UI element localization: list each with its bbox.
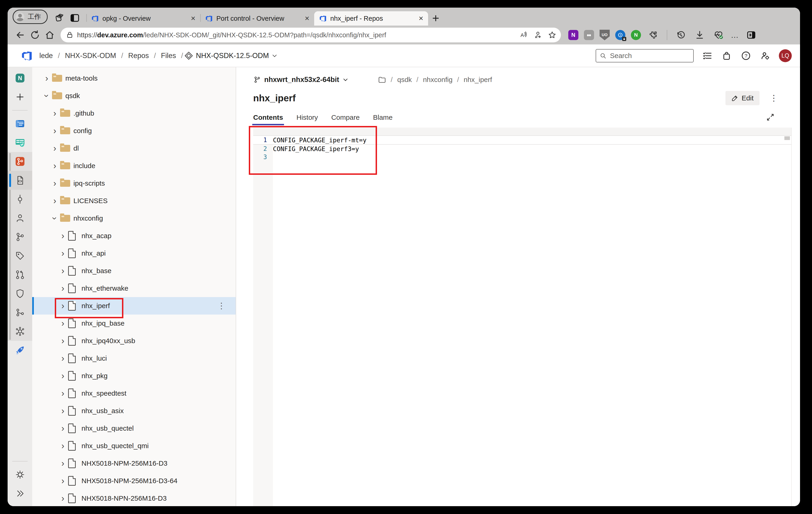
tree-chevron-icon[interactable]: › bbox=[50, 196, 60, 205]
sidebar-item-advanced-security[interactable] bbox=[8, 284, 32, 303]
code-line[interactable]: 2 CONFIG_PACKAGE_iperf3=y bbox=[253, 145, 791, 153]
sidebar-item-repos-branches[interactable] bbox=[8, 227, 32, 246]
repo-selector[interactable]: NHX-QSDK-12.5-ODM bbox=[184, 51, 278, 60]
tree-chevron-icon[interactable]: › bbox=[58, 477, 68, 485]
path-crumb[interactable]: nhxconfig bbox=[423, 76, 453, 84]
split-screen-icon[interactable] bbox=[745, 28, 758, 42]
sidebar-item-repos-pushes[interactable] bbox=[8, 209, 32, 227]
tree-chevron-icon[interactable]: › bbox=[58, 372, 68, 380]
tree-item[interactable]: › LICENSES ⋮ bbox=[32, 192, 236, 210]
file-more-options-icon[interactable]: ⋮ bbox=[770, 93, 778, 103]
sidebar-add-button[interactable] bbox=[8, 87, 32, 106]
fullscreen-expand-icon[interactable] bbox=[766, 113, 775, 121]
browser-tab[interactable]: Port control - Overview ✕ bbox=[200, 11, 314, 26]
user-settings-icon[interactable] bbox=[759, 50, 771, 61]
tree-item[interactable]: › meta-tools ⋮ bbox=[32, 70, 236, 87]
tree-item[interactable]: › config ⋮ bbox=[32, 122, 236, 140]
tree-item[interactable]: › nhxconfig ⋮ bbox=[32, 210, 236, 227]
tree-chevron-icon[interactable]: › bbox=[58, 319, 68, 328]
tree-item[interactable]: › nhx_speedtest ⋮ bbox=[32, 385, 236, 402]
address-bar[interactable]: https://dev.azure.com/lede/NHX-SDK-ODM/_… bbox=[61, 28, 561, 43]
tree-item-more-icon[interactable]: ⋮ bbox=[217, 301, 226, 310]
tree-chevron-icon[interactable]: › bbox=[58, 266, 68, 275]
help-icon[interactable]: ? bbox=[740, 50, 752, 61]
tree-item[interactable]: › include ⋮ bbox=[32, 157, 236, 174]
tree-chevron-icon[interactable]: › bbox=[58, 336, 68, 345]
onenote-extension-icon[interactable]: N bbox=[568, 30, 578, 40]
search-box[interactable] bbox=[596, 49, 694, 62]
browser-tab[interactable]: opkg - Overview ✕ bbox=[86, 11, 200, 26]
sidebar-item-overview[interactable] bbox=[8, 114, 32, 133]
profile-sync-icon[interactable] bbox=[534, 31, 542, 39]
tab-close-icon[interactable]: ✕ bbox=[191, 15, 196, 22]
file-tab[interactable]: Blame bbox=[373, 113, 393, 121]
edit-button[interactable]: Edit bbox=[725, 91, 759, 105]
tree-item[interactable]: › nhx_etherwake ⋮ bbox=[32, 279, 236, 297]
tree-chevron-icon[interactable]: › bbox=[58, 406, 68, 415]
tree-item[interactable]: › nhx_ipq_base ⋮ bbox=[32, 315, 236, 332]
tree-item[interactable]: › nhx_iperf ⋮ bbox=[32, 297, 236, 315]
tree-item[interactable]: › nhx_usb_asix ⋮ bbox=[32, 402, 236, 420]
sidebar-item-repos-tags[interactable] bbox=[8, 246, 32, 265]
downloads-icon[interactable] bbox=[693, 28, 706, 42]
home-icon[interactable] bbox=[43, 28, 56, 42]
sidebar-expand-button[interactable] bbox=[8, 484, 32, 503]
tree-item[interactable]: › qsdk ⋮ bbox=[32, 87, 236, 105]
favorites-star-icon[interactable] bbox=[548, 31, 556, 39]
search-input[interactable] bbox=[609, 52, 690, 60]
tree-chevron-icon[interactable]: › bbox=[58, 389, 68, 398]
tree-chevron-icon[interactable]: › bbox=[58, 354, 68, 363]
folder-outline-icon[interactable] bbox=[378, 76, 386, 84]
sidebar-item-repos-forks[interactable] bbox=[8, 303, 32, 322]
sidebar-item-boards[interactable] bbox=[8, 133, 32, 152]
back-icon[interactable] bbox=[13, 28, 27, 42]
history-icon[interactable] bbox=[674, 28, 688, 42]
editor-scrollbar-thumb[interactable] bbox=[784, 136, 790, 140]
tree-chevron-icon[interactable]: › bbox=[58, 441, 68, 450]
tree-item[interactable]: › nhx_acap ⋮ bbox=[32, 227, 236, 245]
file-tab[interactable]: Contents bbox=[253, 113, 283, 121]
code-line[interactable]: 1 CONFIG_PACKAGE_iperf-mt=y bbox=[253, 135, 791, 145]
sidebar-item-repos[interactable] bbox=[8, 152, 32, 171]
url-text[interactable]: https://dev.azure.com/lede/NHX-SDK-ODM/_… bbox=[77, 31, 516, 39]
tree-chevron-icon[interactable]: › bbox=[50, 213, 59, 224]
tree-item[interactable]: › nhx_api ⋮ bbox=[32, 245, 236, 262]
settings-more-icon[interactable]: … bbox=[731, 31, 739, 39]
path-crumb[interactable]: qsdk bbox=[397, 76, 412, 84]
tree-item[interactable]: › dl ⋮ bbox=[32, 140, 236, 157]
password-manager-extension-icon[interactable] bbox=[615, 30, 625, 40]
tree-item[interactable]: › nhx_luci ⋮ bbox=[32, 350, 236, 367]
tree-chevron-icon[interactable]: › bbox=[58, 301, 68, 310]
tree-item[interactable]: › NHX5018-NPN-256M16-D3 ⋮ bbox=[32, 490, 236, 506]
tree-item[interactable]: › nhx_ipq40xx_usb ⋮ bbox=[32, 332, 236, 350]
sidebar-item-repos-pull-requests[interactable] bbox=[8, 265, 32, 284]
new-tab-button[interactable]: + bbox=[432, 12, 439, 24]
file-tab[interactable]: History bbox=[296, 113, 318, 121]
tree-chevron-icon[interactable]: › bbox=[50, 144, 60, 153]
tree-chevron-icon[interactable]: › bbox=[41, 74, 52, 83]
tree-chevron-icon[interactable]: › bbox=[50, 127, 60, 135]
ublock-extension-icon[interactable]: UO bbox=[600, 30, 610, 40]
tree-chevron-icon[interactable]: › bbox=[58, 424, 68, 433]
tree-item[interactable]: › ipq-scripts ⋮ bbox=[32, 174, 236, 192]
read-aloud-icon[interactable]: A bbox=[519, 31, 528, 39]
tree-item[interactable]: › nhx_usb_quectel ⋮ bbox=[32, 420, 236, 437]
browser-tab[interactable]: nhx_iperf - Repos ✕ bbox=[314, 11, 428, 26]
extensions-puzzle-icon[interactable] bbox=[646, 28, 660, 42]
tab-actions-menu-icon[interactable] bbox=[69, 12, 81, 24]
browser-essentials-icon[interactable] bbox=[712, 28, 725, 42]
branch-selector[interactable]: nhxwrt_nhx53x2-64bit bbox=[253, 76, 348, 84]
sidebar-item-repos-commits[interactable] bbox=[8, 190, 32, 209]
tab-close-icon[interactable]: ✕ bbox=[418, 15, 424, 22]
tree-chevron-icon[interactable]: › bbox=[58, 284, 68, 293]
task-list-icon[interactable] bbox=[701, 50, 713, 61]
refresh-icon[interactable] bbox=[28, 28, 42, 42]
breadcrumb-item[interactable]: NHX-SDK-ODM bbox=[65, 52, 116, 60]
extension-icon[interactable] bbox=[584, 30, 594, 40]
sidebar-project-avatar[interactable] bbox=[8, 69, 32, 87]
tree-item[interactable]: › nhx_base ⋮ bbox=[32, 262, 236, 279]
sidebar-item-pipelines[interactable] bbox=[8, 341, 32, 360]
tree-chevron-icon[interactable]: › bbox=[58, 232, 68, 240]
workspaces-icon[interactable] bbox=[54, 12, 66, 24]
sidebar-item-repos-files[interactable] bbox=[8, 171, 32, 190]
